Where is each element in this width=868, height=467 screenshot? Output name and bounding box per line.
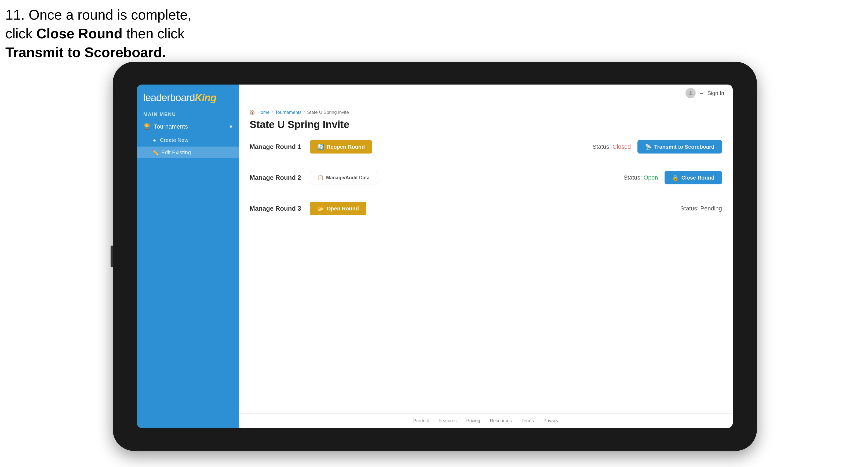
transmit-to-scoreboard-button[interactable]: 📡 Transmit to Scoreboard xyxy=(638,140,722,154)
open-round-label: Open Round xyxy=(327,206,359,212)
logo: leaderboardKing xyxy=(143,92,232,103)
app-layout: leaderboardKing MAIN MENU 🏆 Tournaments … xyxy=(137,85,733,428)
sidebar-item-edit-existing[interactable]: ✏️ Edit Existing xyxy=(137,147,239,158)
breadcrumb-tournaments-link[interactable]: Tournaments xyxy=(275,110,302,115)
manage-audit-data-button[interactable]: 📋 Manage/Audit Data xyxy=(310,171,377,184)
breadcrumb-sep2: / xyxy=(304,110,305,115)
sidebar-logo: leaderboardKing xyxy=(137,85,239,109)
create-new-label: Create New xyxy=(160,137,188,143)
trophy-icon: 🏆 xyxy=(143,123,151,130)
reopen-icon: 🔄 xyxy=(317,144,324,150)
instruction-line2: click xyxy=(5,26,36,41)
close-round-button[interactable]: 🔒 Close Round xyxy=(664,171,722,184)
round-2-section: Manage Round 2 📋 Manage/Audit Data Statu… xyxy=(250,171,722,192)
instruction-line1: 11. Once a round is complete, xyxy=(5,7,192,23)
plus-icon: ＋ xyxy=(152,136,157,144)
manage-audit-label: Manage/Audit Data xyxy=(326,175,370,181)
round-3-title: Manage Round 3 xyxy=(250,205,303,212)
main-menu-label: MAIN MENU xyxy=(137,109,239,119)
sidebar-tournaments-label: Tournaments xyxy=(154,123,188,130)
tablet-device: leaderboardKing MAIN MENU 🏆 Tournaments … xyxy=(113,62,757,451)
round-1-status-value: Closed xyxy=(613,143,631,150)
round-1-left: Manage Round 1 🔄 Reopen Round xyxy=(250,140,372,154)
svg-point-3 xyxy=(689,91,691,93)
app-header: → Sign In xyxy=(239,85,733,102)
sidebar-item-create-new[interactable]: ＋ Create New xyxy=(137,134,239,147)
round-3-right: Status: Pending xyxy=(680,205,722,212)
page-title: State U Spring Invite xyxy=(250,119,722,130)
breadcrumb-home-link[interactable]: Home xyxy=(257,110,270,115)
logo-leaderboard: leaderboard xyxy=(143,92,195,103)
breadcrumb: 🏠 Home / Tournaments / State U Spring In… xyxy=(250,110,722,115)
footer-resources[interactable]: Resources xyxy=(490,418,512,424)
open-icon: 📂 xyxy=(317,205,324,212)
round-2-right: Status: Open 🔒 Close Round xyxy=(623,171,722,184)
instruction-block: 11. Once a round is complete, click Clos… xyxy=(5,5,192,62)
sign-in-arrow-icon: → xyxy=(699,90,704,96)
round-3-left: Manage Round 3 📂 Open Round xyxy=(250,202,366,215)
sidebar-tournaments-inner: 🏆 Tournaments xyxy=(143,123,188,130)
lock-icon: 🔒 xyxy=(672,175,679,181)
round-1-status-label: Status: Closed xyxy=(592,143,631,150)
round-2-status-value: Open xyxy=(644,174,658,181)
round-1-title: Manage Round 1 xyxy=(250,143,303,151)
sidebar-item-tournaments[interactable]: 🏆 Tournaments ▾ xyxy=(137,119,239,134)
app-footer: Product Features Pricing Resources Terms… xyxy=(239,413,733,428)
sidebar: leaderboardKing MAIN MENU 🏆 Tournaments … xyxy=(137,85,239,428)
footer-pricing[interactable]: Pricing xyxy=(466,418,480,424)
close-round-label: Close Round xyxy=(681,175,714,181)
logo-king: King xyxy=(195,92,216,103)
breadcrumb-current: State U Spring Invite xyxy=(307,110,349,115)
footer-features[interactable]: Features xyxy=(439,418,457,424)
round-2-left: Manage Round 2 📋 Manage/Audit Data xyxy=(250,171,377,184)
breadcrumb-home: 🏠 xyxy=(250,110,255,115)
edit-icon: ✏️ xyxy=(152,149,159,156)
round-3-section: Manage Round 3 📂 Open Round Status: Pend… xyxy=(250,202,722,223)
footer-privacy[interactable]: Privacy xyxy=(544,418,559,424)
footer-terms[interactable]: Terms xyxy=(521,418,534,424)
sign-in-area[interactable]: → Sign In xyxy=(685,88,724,98)
breadcrumb-sep1: / xyxy=(272,110,273,115)
reopen-round-button[interactable]: 🔄 Reopen Round xyxy=(310,140,372,154)
reopen-round-label: Reopen Round xyxy=(327,144,365,150)
tablet-side-button xyxy=(111,246,113,267)
round-1-right: Status: Closed 📡 Transmit to Scoreboard xyxy=(592,140,722,154)
round-2-status-label: Status: Open xyxy=(623,174,658,181)
transmit-icon: 📡 xyxy=(645,144,652,150)
content-area: 🏠 Home / Tournaments / State U Spring In… xyxy=(239,102,733,413)
user-avatar-icon xyxy=(685,88,696,98)
round-1-section: Manage Round 1 🔄 Reopen Round Status: Cl… xyxy=(250,140,722,161)
sign-in-label: Sign In xyxy=(708,90,724,96)
transmit-label: Transmit to Scoreboard xyxy=(654,144,715,150)
instruction-line3: then click xyxy=(122,26,184,41)
instruction-bold1: Close Round xyxy=(36,26,123,41)
chevron-down-icon: ▾ xyxy=(229,123,232,130)
main-content: → Sign In 🏠 Home / Tournaments / State U… xyxy=(239,85,733,428)
footer-product[interactable]: Product xyxy=(413,418,429,424)
open-round-button[interactable]: 📂 Open Round xyxy=(310,202,366,215)
tablet-screen: leaderboardKing MAIN MENU 🏆 Tournaments … xyxy=(137,85,733,428)
round-3-status-label: Status: Pending xyxy=(680,205,722,212)
edit-existing-label: Edit Existing xyxy=(161,150,191,156)
round-2-title: Manage Round 2 xyxy=(250,174,303,181)
instruction-bold2: Transmit to Scoreboard. xyxy=(5,44,166,60)
round-3-status-value: Pending xyxy=(700,205,722,212)
audit-icon: 📋 xyxy=(317,175,323,181)
